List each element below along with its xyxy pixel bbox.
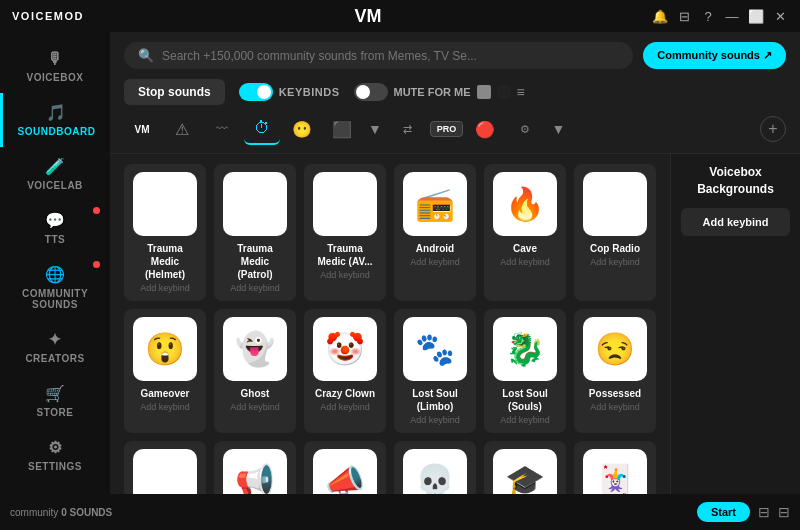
filter-tab-gear[interactable]: ⚙	[507, 113, 543, 145]
sound-card-speechifier-protest[interactable]: 📣 Speechifier Protest Add keybind	[304, 441, 386, 494]
sound-keybind[interactable]: Add keybind	[230, 283, 280, 293]
sound-card-cop-radio[interactable]: 🛡 Cop Radio Add keybind	[574, 164, 656, 301]
sidebar-item-store[interactable]: 🛒 STORE	[0, 374, 110, 428]
sidebar-item-creators[interactable]: ✦ CREATORS	[0, 320, 110, 374]
sound-card-speechifier-ovation[interactable]: 📢 Speechifier Ovation Add keybind	[214, 441, 296, 494]
sound-icon: ◀	[313, 172, 377, 236]
sound-card-trauma-medic-av[interactable]: ◀ Trauma Medic (AV... Add keybind	[304, 164, 386, 301]
sound-card-lost-soul-souls[interactable]: 🐉 Lost Soul (Souls) Add keybind	[484, 309, 566, 433]
sound-icon: 🐉	[493, 317, 557, 381]
filter-tab-vm[interactable]: VM	[124, 113, 160, 145]
keybinds-toggle: KEYBINDS	[239, 83, 340, 101]
sound-card-spirit[interactable]: 💀 Spirit Add keybind	[394, 441, 476, 494]
sidebar-item-guides[interactable]: 📖 GUIDES	[0, 482, 110, 494]
sound-card-crazy-clown[interactable]: 🤡 Crazy Clown Add keybind	[304, 309, 386, 433]
sound-icon: 💀	[403, 449, 467, 494]
sound-name: Lost Soul (Souls)	[492, 387, 558, 413]
sidebar-item-settings[interactable]: ⚙ SETTINGS	[0, 428, 110, 482]
sound-keybind[interactable]: Add keybind	[590, 402, 640, 412]
sound-keybind[interactable]: Add keybind	[140, 402, 190, 412]
sound-keybind[interactable]: Add keybind	[410, 257, 460, 267]
sound-icon: 📻	[403, 172, 467, 236]
start-button[interactable]: Start	[697, 502, 750, 522]
monitor-icon[interactable]: ⊟	[676, 9, 692, 24]
sound-icon: 🔥	[493, 172, 557, 236]
help-icon[interactable]: ?	[700, 9, 716, 24]
sound-card-student-hall-play[interactable]: 🎓 Student Hall Play Add keybind	[484, 441, 566, 494]
mute-switch[interactable]	[354, 83, 388, 101]
sidebar-item-label: COMMUNITY SOUNDS	[6, 288, 104, 310]
mute-for-me: MUTE FOR ME ≡	[354, 83, 525, 101]
sidebar: 🎙 VOICEBOX 🎵 SOUNDBOARD 🧪 VOICELAB 💬 TTS…	[0, 32, 110, 494]
sound-card-spacemen[interactable]: ⚙ Spacemen Add keybind	[124, 441, 206, 494]
sound-card-android[interactable]: 📻 Android Add keybind	[394, 164, 476, 301]
community-sounds-button[interactable]: Community sounds ↗	[643, 42, 786, 69]
sound-keybind[interactable]: Add keybind	[140, 283, 190, 293]
title-logo: VM	[354, 6, 381, 27]
filter-tab-shuffle[interactable]: ⇄	[390, 113, 426, 145]
sidebar-bottom: 🛒 STORE ⚙ SETTINGS 📖 GUIDES 👤 ACCOUNT	[0, 374, 110, 494]
window-controls: 🔔 ⊟ ? — ⬜ ✕	[652, 9, 788, 24]
sidebar-item-label: SETTINGS	[28, 461, 82, 472]
sound-keybind[interactable]: Add keybind	[500, 257, 550, 267]
search-input[interactable]	[162, 49, 619, 63]
filter-tab-wave[interactable]: 〰	[204, 113, 240, 145]
sound-name: Ghost	[241, 387, 270, 400]
filter-pro-chevron[interactable]: ▼	[547, 117, 569, 141]
sidebar-item-soundboard[interactable]: 🎵 SOUNDBOARD	[0, 93, 110, 147]
title-bar: VOICEMOD VM 🔔 ⊟ ? — ⬜ ✕	[0, 0, 800, 32]
minimize-btn[interactable]: —	[724, 9, 740, 24]
sound-keybind[interactable]: Add keybind	[320, 402, 370, 412]
sound-card-student-play[interactable]: 🃏 Student Play Add keybind	[574, 441, 656, 494]
sound-name: Trauma Medic (AV...	[312, 242, 378, 268]
sound-card-possessed[interactable]: 😒 Possessed Add keybind	[574, 309, 656, 433]
filter-tab-star[interactable]: 🔴	[467, 113, 503, 145]
keybinds-switch[interactable]	[239, 83, 273, 101]
sound-card-gameover[interactable]: 😲 Gameover Add keybind	[124, 309, 206, 433]
sound-card-ghost[interactable]: 👻 Ghost Add keybind	[214, 309, 296, 433]
filter-tabs: VM ⚠ 〰 ⏱ 😶 ⬛ ▼ ⇄ PRO 🔴 ⚙ ▼ +	[110, 113, 800, 154]
filter-tab-face[interactable]: 😶	[284, 113, 320, 145]
sound-icon: 📣	[313, 449, 377, 494]
sound-icon: 🃏	[583, 449, 647, 494]
bottom-community-sounds: community 0 SOUNDS	[10, 507, 112, 518]
sidebar-item-voicebox[interactable]: 🎙 VOICEBOX	[0, 40, 110, 93]
stop-sounds-button[interactable]: Stop sounds	[124, 79, 225, 105]
sound-icon: 📢	[223, 449, 287, 494]
filter-more-chevron[interactable]: ▼	[364, 117, 386, 141]
main-content: 🔍 Community sounds ↗ Stop sounds KEYBIND…	[110, 32, 800, 494]
bottom-icon-2[interactable]: ⊟	[778, 504, 790, 520]
close-btn[interactable]: ✕	[772, 9, 788, 24]
sound-grid: ✳ Trauma Medic (Helmet) Add keybind ⊙ Tr…	[124, 164, 656, 484]
list-view-icon[interactable]: ≡	[517, 84, 525, 100]
bottom-bar-left: community 0 SOUNDS	[10, 507, 112, 518]
filter-tab-box[interactable]: ⬛	[324, 113, 360, 145]
add-keybind-button[interactable]: Add keybind	[681, 208, 790, 236]
sidebar-item-voicelab[interactable]: 🧪 VOICELAB	[0, 147, 110, 201]
sound-keybind[interactable]: Add keybind	[230, 402, 280, 412]
settings-icon: ⚙	[48, 438, 63, 457]
sound-card-lost-soul-limbo[interactable]: 🐾 Lost Soul (Limbo) Add keybind	[394, 309, 476, 433]
sidebar-item-label: CREATORS	[25, 353, 84, 364]
sound-name: Lost Soul (Limbo)	[402, 387, 468, 413]
sound-card-trauma-medic-patrol[interactable]: ⊙ Trauma Medic (Patrol) Add keybind	[214, 164, 296, 301]
bottom-bar-icons: Start ⊟ ⊟	[697, 502, 790, 522]
sidebar-item-tts[interactable]: 💬 TTS	[0, 201, 110, 255]
soundboard-icon: 🎵	[46, 103, 67, 122]
sound-keybind[interactable]: Add keybind	[590, 257, 640, 267]
filter-tab-clock[interactable]: ⏱	[244, 113, 280, 145]
bottom-icon-1[interactable]: ⊟	[758, 504, 770, 520]
maximize-btn[interactable]: ⬜	[748, 9, 764, 24]
sound-keybind[interactable]: Add keybind	[410, 415, 460, 425]
notification-icon[interactable]: 🔔	[652, 9, 668, 24]
sound-keybind[interactable]: Add keybind	[500, 415, 550, 425]
add-filter-button[interactable]: +	[760, 116, 786, 142]
sound-icon: 🛡	[583, 172, 647, 236]
sound-card-trauma-medic-helmet[interactable]: ✳ Trauma Medic (Helmet) Add keybind	[124, 164, 206, 301]
sound-card-cave[interactable]: 🔥 Cave Add keybind	[484, 164, 566, 301]
sound-keybind[interactable]: Add keybind	[320, 270, 370, 280]
search-input-wrap[interactable]: 🔍	[124, 42, 633, 69]
sidebar-item-community-sounds[interactable]: 🌐 COMMUNITY SOUNDS	[0, 255, 110, 320]
filter-tab-warning[interactable]: ⚠	[164, 113, 200, 145]
sidebar-item-label: VOICELAB	[27, 180, 83, 191]
